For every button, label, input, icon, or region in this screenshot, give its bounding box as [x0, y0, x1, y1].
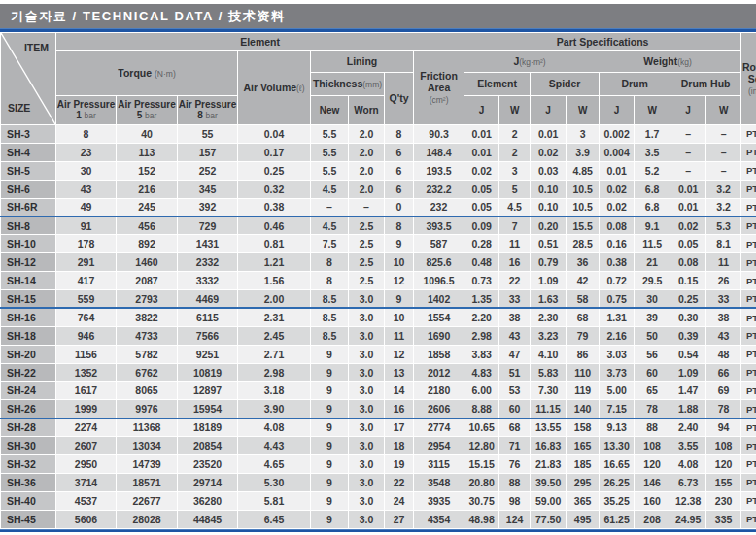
cell-element-w: 51 [499, 363, 531, 382]
cell-spider-j: 39.50 [531, 473, 567, 491]
cell-friction-area: 193.5 [414, 161, 464, 180]
cell-drum-hub-j: 0.15 [670, 272, 706, 290]
cell-air-volume: 4.43 [238, 437, 311, 455]
cell-torque-8bar: 6115 [178, 308, 238, 326]
cell-torque-8bar: 252 [178, 161, 238, 180]
cell-torque-1bar: 23 [56, 143, 117, 161]
cell-drum-hub-j: 1.88 [670, 400, 706, 418]
cell-rotary-seal: PT 1/2 [741, 455, 756, 474]
cell-air-volume: 4.65 [238, 455, 311, 474]
cell-torque-1bar: 3714 [56, 473, 117, 491]
cell-element-w: 76 [499, 455, 531, 474]
cell-friction-area: 2606 [414, 400, 464, 418]
cell-rotary-seal: PT 3/8 [741, 382, 756, 400]
cell-air-volume: 0.38 [238, 198, 311, 217]
cell-friction-area: 148.4 [414, 143, 464, 161]
cell-torque-5bar: 113 [117, 143, 178, 161]
item-size-diagonal-cell: ITEM SIZE [1, 33, 56, 125]
header-air-pressure-8bar: Air Pressure 8 bar [178, 96, 238, 125]
cell-torque-8bar: 1431 [178, 235, 238, 253]
cell-drum-w: 88 [635, 418, 670, 437]
cell-element-j: 1.35 [464, 290, 499, 309]
cell-qty: 6 [385, 161, 414, 180]
cell-drum-w: 6.8 [635, 198, 670, 217]
cell-thickness-worn: 2.0 [349, 143, 385, 161]
cell-torque-5bar: 245 [117, 198, 178, 217]
cell-qty: 19 [385, 455, 414, 474]
cell-friction-area: 587 [414, 235, 464, 253]
cell-spider-j: 77.50 [531, 510, 567, 528]
cell-torque-8bar: 3332 [178, 272, 238, 290]
cell-drum-hub-w: 94 [706, 418, 741, 437]
cell-thickness-worn: 3.0 [349, 308, 385, 326]
cell-drum-hub-w: 230 [706, 491, 741, 510]
cell-thickness-worn: – [349, 198, 385, 217]
cell-air-volume: 2.71 [238, 345, 311, 363]
cell-friction-area: 2774 [414, 418, 464, 437]
cell-drum-hub-w: 5.3 [706, 217, 741, 235]
cell-torque-5bar: 6762 [117, 363, 178, 382]
cell-drum-j: 0.002 [600, 125, 635, 144]
cell-spider-j: 59.00 [531, 491, 567, 510]
cell-drum-w: 108 [635, 437, 670, 455]
cell-element-j: 48.98 [464, 510, 499, 528]
cell-air-volume: 3.90 [238, 400, 311, 418]
cell-element-w: 38 [499, 308, 531, 326]
cell-spider-w: 68 [567, 308, 600, 326]
cell-thickness-worn: 3.0 [349, 345, 385, 363]
rotary-seal-unit: (inch) [748, 86, 756, 96]
table-row: SH-18946473375662.458.53.01116902.98433.… [1, 326, 756, 345]
cell-friction-area: 232 [414, 198, 464, 217]
header-spider-w: W [567, 96, 600, 125]
table-row: SH-3840550.045.52.0890.30.0120.0130.0021… [1, 125, 756, 144]
cell-torque-5bar: 22677 [117, 491, 178, 510]
air-volume-unit: (ℓ) [296, 84, 304, 93]
cell-thickness-worn: 2.0 [349, 125, 385, 144]
cell-element-j: 0.09 [464, 217, 499, 235]
cell-element-w: 4.5 [499, 198, 531, 217]
cell-thickness-new: 9 [311, 363, 349, 382]
cell-torque-1bar: 2607 [56, 437, 117, 455]
cell-torque-5bar: 28028 [117, 510, 178, 528]
cell-element-w: 11 [499, 235, 531, 253]
cell-thickness-new: 9 [311, 345, 349, 363]
cell-spider-j: 0.02 [531, 143, 567, 161]
cell-spider-j: 0.79 [531, 253, 567, 272]
cell-rotary-seal: PT 1/2 [741, 400, 756, 418]
cell-element-j: 0.01 [464, 125, 499, 144]
cell-drum-w: 50 [635, 326, 670, 345]
cell-thickness-worn: 2.5 [349, 217, 385, 235]
cell-spider-w: 42 [567, 272, 600, 290]
cell-thickness-worn: 3.0 [349, 455, 385, 474]
cell-air-volume: 0.25 [238, 161, 311, 180]
cell-thickness-worn: 2.0 [349, 180, 385, 198]
cell-qty: 10 [385, 253, 414, 272]
header-j-unit: J(kg·m²) [513, 55, 545, 68]
cell-torque-5bar: 3822 [117, 308, 178, 326]
cell-size: SH-14 [1, 272, 56, 290]
cell-drum-w: 21 [635, 253, 670, 272]
cell-spider-j: 13.55 [531, 418, 567, 437]
cell-torque-8bar: 10819 [178, 363, 238, 382]
cell-thickness-new: 8.5 [311, 308, 349, 326]
cell-drum-hub-w: 43 [706, 326, 741, 345]
cell-drum-w: 120 [635, 455, 670, 474]
cell-drum-j: 16.65 [600, 455, 635, 474]
cell-air-volume: 2.00 [238, 290, 311, 309]
cell-torque-1bar: 946 [56, 326, 117, 345]
cell-element-w: 53 [499, 382, 531, 400]
cell-spider-w: 79 [567, 326, 600, 345]
cell-drum-hub-w: 335 [706, 510, 741, 528]
cell-rotary-seal: PT 1/2 [741, 418, 756, 437]
cell-rotary-seal: PT 3/4 [741, 473, 756, 491]
cell-drum-hub-j: 0.25 [670, 290, 706, 309]
header-element-w: W [499, 96, 531, 125]
cell-drum-hub-w: 108 [706, 437, 741, 455]
cell-air-volume: 0.17 [238, 143, 311, 161]
cell-torque-5bar: 456 [117, 217, 178, 235]
cell-size: SH-8 [1, 217, 56, 235]
cell-spider-w: 28.5 [567, 235, 600, 253]
cell-qty: 16 [385, 400, 414, 418]
cell-size: SH-15 [1, 290, 56, 309]
cell-element-w: 7 [499, 217, 531, 235]
